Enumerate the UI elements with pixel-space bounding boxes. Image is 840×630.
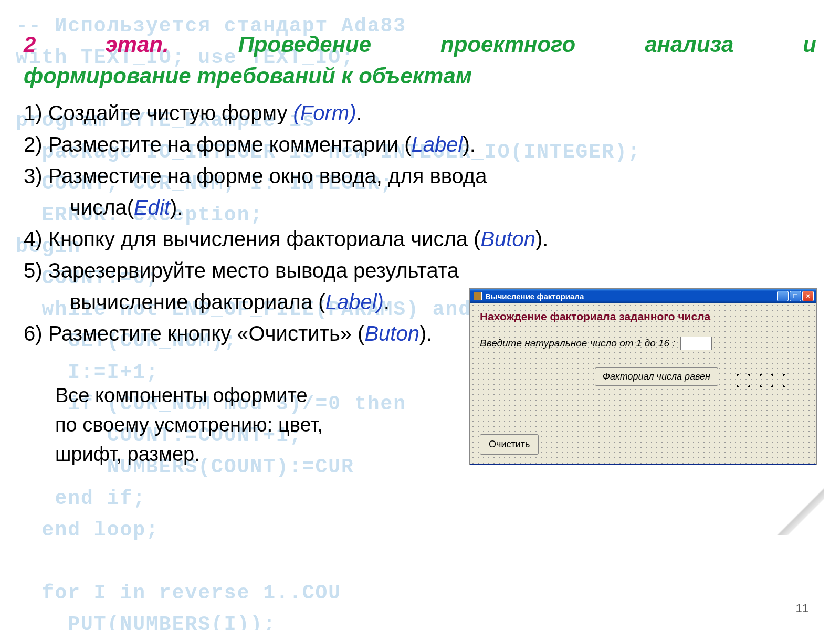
item-3: 3) Разместите на форме окно ввода, для в… <box>24 160 816 192</box>
minimize-button[interactable]: _ <box>777 291 789 301</box>
styling-note: Все компоненты оформите по своему усмотр… <box>55 381 328 469</box>
stage-title-line1: 2 этап. Проведение проектного анализа и <box>24 29 816 60</box>
maximize-button[interactable]: □ <box>790 291 801 301</box>
stage-title-line2: формирование требований к объектам <box>24 60 816 92</box>
item-3-cont: числа(Edit). <box>70 192 816 223</box>
result-label-placeholder <box>728 365 791 388</box>
window-title: Вычисление факториала <box>485 292 584 301</box>
input-prompt-label: Введите натуральное число от 1 до 16 : <box>480 338 675 349</box>
app-icon <box>474 292 482 300</box>
clear-button[interactable]: Очистить <box>480 434 539 455</box>
number-input[interactable] <box>680 337 712 350</box>
factorial-window: Вычисление факториала _ □ × Нахождение ф… <box>470 289 816 465</box>
factorial-button[interactable]: Факториал числа равен <box>595 368 718 386</box>
item-4: 4) Кнопку для вычисления факториала числ… <box>24 223 816 255</box>
item-1: 1) Создайте чистую форму (Form). <box>24 97 816 129</box>
item-2: 2) Разместите на форме комментарии (Labe… <box>24 129 816 160</box>
item-5: 5) Зарезервируйте место вывода результат… <box>24 255 816 286</box>
titlebar[interactable]: Вычисление факториала _ □ × <box>470 289 816 303</box>
page-curl-icon <box>777 488 824 536</box>
close-button[interactable]: × <box>802 291 814 301</box>
title-rest: Проведение проектного анализа и <box>238 32 816 57</box>
stage-number: 2 этап <box>24 32 163 57</box>
form-heading-label: Нахождение факториала заданного числа <box>480 310 806 323</box>
page-number: 11 <box>796 602 808 615</box>
form-body: Нахождение факториала заданного числа Вв… <box>470 303 816 464</box>
